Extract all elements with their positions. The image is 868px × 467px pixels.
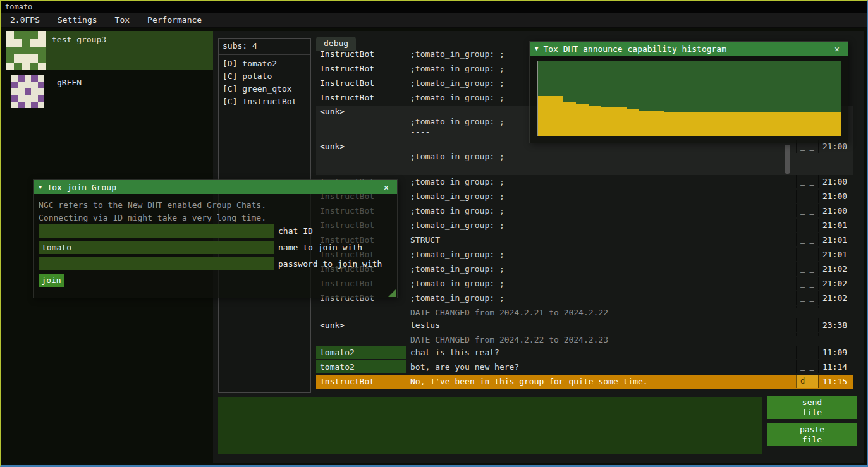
sidebar-item-gREEN[interactable]: gREEN — [6, 74, 213, 109]
histogram-bar — [727, 112, 740, 136]
message-text: testus — [406, 318, 796, 332]
sidebar-item-test_group3[interactable]: test_group3 — [6, 31, 213, 70]
message-time: 23:38 — [818, 318, 853, 332]
message-time: 21:01 — [818, 219, 853, 232]
window-titlebar[interactable]: tomato — [1, 1, 867, 13]
app-window: tomato 2.0FPSSettingsToxPerformance test… — [0, 0, 868, 467]
member-item[interactable]: [C] green_qtox — [219, 83, 310, 95]
resize-grip[interactable] — [388, 289, 396, 297]
chat-scrollbar[interactable] — [785, 145, 790, 174]
chat-ID-input[interactable] — [39, 224, 274, 238]
message-text: bot, are you new here? — [406, 360, 796, 373]
join-group-fields: chat IDname to join withpassword to join… — [39, 224, 392, 274]
avatar-pixel — [38, 54, 46, 62]
message-line: chat is this real? — [410, 347, 792, 358]
avatar-pixel — [38, 82, 44, 88]
message-line: ---- — [410, 162, 792, 172]
message-time: 21:02 — [818, 262, 853, 276]
menu-item-2-0fps[interactable]: 2.0FPS — [1, 13, 49, 27]
dht-histogram-plot — [537, 61, 841, 136]
dht-histogram-titlebar[interactable]: ▼ Tox DHT announce capability histogram … — [530, 42, 848, 56]
contact-sidebar: test_group3gREEN — [6, 31, 213, 113]
message-line: bot, are you new here? — [410, 361, 792, 372]
delivery-status — [796, 306, 818, 308]
message-text: ;tomato_in_group: ; — [406, 291, 796, 305]
avatar-pixel — [6, 63, 14, 70]
menu-item-settings[interactable]: Settings — [49, 13, 106, 27]
message-line: ;tomato_in_group: ; — [410, 293, 792, 303]
message-sender: InstructBot — [316, 51, 406, 61]
collapse-arrow-icon[interactable]: ▼ — [39, 184, 42, 190]
histogram-bar — [816, 112, 828, 136]
avatar-pixel — [25, 88, 31, 95]
avatar-pixel — [14, 47, 21, 54]
avatar-pixel — [11, 88, 18, 95]
menu-item-tox[interactable]: Tox — [106, 13, 138, 27]
avatar-pixel — [31, 102, 37, 108]
message-row[interactable]: <unk>----;tomato_in_group: ;----_ _21:00 — [316, 140, 853, 175]
avatar-pixel — [38, 63, 46, 70]
message-input[interactable] — [218, 397, 762, 454]
avatar-pixel — [22, 54, 30, 62]
join-field-row: chat ID — [39, 224, 392, 241]
avatar-pixel — [31, 82, 37, 88]
avatar-pixel — [38, 31, 46, 39]
join-button[interactable]: join — [39, 274, 64, 287]
histogram-bar — [803, 112, 816, 136]
avatar-pixel — [6, 39, 14, 46]
message-row[interactable]: InstructBotNo, I've been in this group f… — [316, 375, 853, 389]
send-file-button[interactable]: send file — [767, 396, 857, 419]
avatar-pixel — [25, 102, 31, 108]
message-sender: tomato2 — [316, 346, 406, 359]
group-avatar — [11, 75, 44, 108]
dht-histogram-title: Tox DHT announce capability histogram — [543, 44, 726, 54]
message-text: ;tomato_in_group: ; — [406, 175, 796, 188]
date-changed-row[interactable]: DATE CHANGED from 2024.2.21 to 2024.2.22 — [316, 306, 853, 318]
field-label: name to join with — [278, 241, 362, 254]
paste-file-button[interactable]: paste file — [767, 423, 857, 446]
avatar-pixel — [14, 54, 21, 62]
message-row[interactable]: tomato2chat is this real?_ _11:09 — [316, 346, 853, 360]
password-to-join-with-input[interactable] — [39, 257, 274, 270]
avatar-pixel — [22, 47, 30, 54]
histogram-bar — [576, 104, 589, 136]
close-icon[interactable]: ✕ — [381, 183, 392, 192]
message-sender: <unk> — [316, 318, 406, 332]
message-line: STRUCT — [410, 234, 792, 245]
message-line: ;tomato_in_group: ; — [410, 264, 792, 274]
message-line: ;tomato_in_group: ; — [410, 176, 792, 187]
histogram-bar — [790, 112, 803, 136]
message-time: 21:02 — [818, 291, 853, 305]
member-item[interactable]: [C] InstructBot — [219, 95, 310, 108]
name-to-join-with-input[interactable] — [39, 241, 274, 254]
message-line: ;tomato_in_group: ; — [410, 152, 792, 162]
join-group-titlebar[interactable]: ▼ Tox join Group ✕ — [34, 180, 397, 194]
menu-item-performance[interactable]: Performance — [138, 13, 211, 27]
member-item[interactable]: [C] potato — [219, 70, 310, 83]
message-row[interactable]: tomato2bot, are you new here?_ _11:14 — [316, 360, 853, 375]
avatar-pixel — [11, 75, 18, 82]
member-list: [D] tomato2[C] potato[C] green_qtox[C] I… — [219, 58, 310, 108]
delivery-status: _ _ — [796, 346, 818, 359]
collapse-arrow-icon[interactable]: ▼ — [535, 45, 538, 52]
message-row[interactable]: <unk>testus_ _23:38 — [316, 318, 853, 333]
message-line: ;tomato_in_group: ; — [410, 191, 792, 202]
date-changed-row[interactable]: DATE CHANGED from 2024.2.22 to 2024.2.23 — [316, 333, 853, 346]
avatar-pixel — [31, 88, 37, 95]
message-line: ;tomato_in_group: ; — [410, 278, 792, 289]
avatar-pixel — [6, 54, 14, 62]
histogram-bar — [778, 112, 790, 136]
avatar-pixel — [22, 39, 30, 46]
avatar-pixel — [25, 95, 31, 101]
message-text: ;tomato_in_group: ; — [406, 219, 796, 232]
join-field-row: password to join with — [39, 257, 392, 274]
message-text: ;tomato_in_group: ; — [406, 204, 796, 217]
member-item[interactable]: [D] tomato2 — [219, 58, 310, 70]
message-time: 21:02 — [818, 277, 853, 290]
avatar-pixel — [11, 102, 18, 108]
close-icon[interactable]: ✕ — [831, 44, 843, 54]
histogram-bar — [689, 112, 702, 136]
delivery-status: _ _ — [796, 233, 818, 246]
tab-debug[interactable]: debug — [316, 37, 356, 51]
histogram-bar — [752, 112, 765, 136]
